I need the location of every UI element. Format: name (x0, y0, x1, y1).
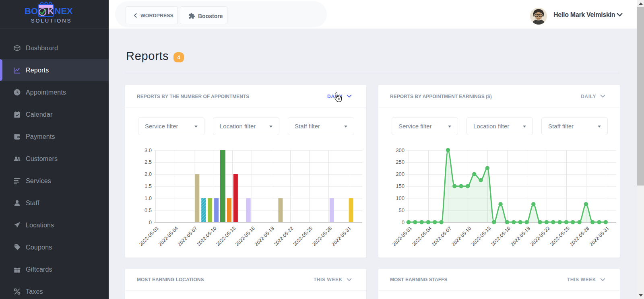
svg-text:2022-05-25: 2022-05-25 (549, 225, 571, 247)
svg-text:2022-05-07: 2022-05-07 (431, 225, 452, 247)
svg-text:2022-05-01: 2022-05-01 (391, 225, 413, 247)
svg-text:50: 50 (399, 207, 405, 213)
svg-text:1.0: 1.0 (144, 195, 152, 201)
svg-text:3.0: 3.0 (144, 147, 152, 153)
svg-text:0: 0 (149, 219, 152, 225)
svg-text:2022-05-16: 2022-05-16 (234, 225, 256, 247)
svg-text:2022-05-22: 2022-05-22 (273, 225, 295, 247)
svg-text:2022-05-04: 2022-05-04 (411, 225, 433, 247)
svg-text:2.0: 2.0 (144, 171, 152, 177)
svg-text:2022-05-25: 2022-05-25 (292, 225, 314, 247)
svg-text:2022-05-07: 2022-05-07 (177, 225, 198, 247)
svg-text:300: 300 (396, 147, 405, 153)
svg-text:2022-05-31: 2022-05-31 (330, 225, 352, 247)
svg-text:150: 150 (396, 183, 405, 189)
svg-text:2022-05-31: 2022-05-31 (588, 225, 610, 247)
svg-text:2022-05-22: 2022-05-22 (529, 225, 551, 247)
svg-text:2022-05-04: 2022-05-04 (157, 225, 179, 247)
svg-text:2022-05-19: 2022-05-19 (254, 225, 275, 247)
svg-text:1.5: 1.5 (144, 183, 152, 189)
svg-text:2022-05-28: 2022-05-28 (569, 225, 590, 247)
svg-text:2022-05-10: 2022-05-10 (196, 225, 218, 247)
svg-text:0.5: 0.5 (144, 207, 152, 213)
svg-text:2022-05-19: 2022-05-19 (510, 225, 531, 247)
svg-text:2022-05-13: 2022-05-13 (215, 225, 237, 247)
svg-text:2.5: 2.5 (144, 159, 152, 165)
svg-text:2022-05-16: 2022-05-16 (490, 225, 512, 247)
svg-text:2022-05-10: 2022-05-10 (450, 225, 472, 247)
svg-text:250: 250 (396, 159, 405, 165)
svg-text:200: 200 (396, 171, 405, 177)
svg-text:2022-05-13: 2022-05-13 (470, 225, 492, 247)
svg-text:100: 100 (396, 195, 405, 201)
svg-text:2022-05-01: 2022-05-01 (138, 225, 160, 247)
svg-text:2022-05-28: 2022-05-28 (311, 225, 333, 247)
svg-text:0: 0 (402, 219, 405, 225)
